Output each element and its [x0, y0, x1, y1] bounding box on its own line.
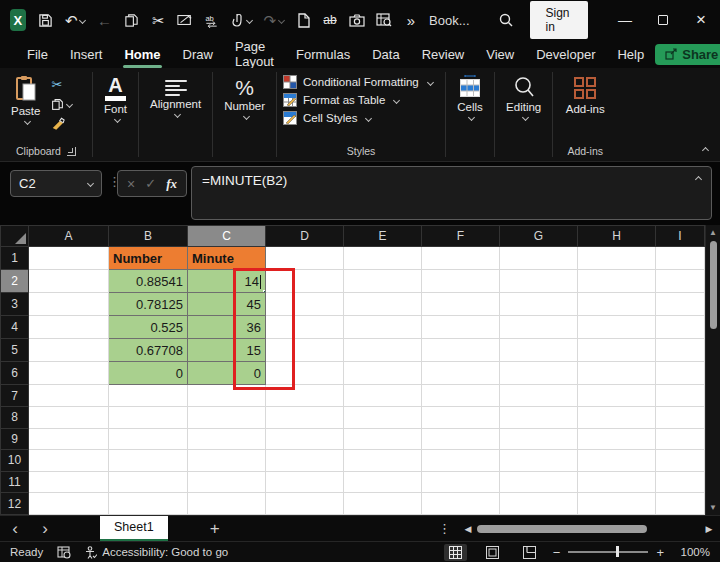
row-header[interactable]: 8 [1, 406, 29, 428]
cell-styles-button[interactable]: Cell Styles [283, 111, 439, 125]
row-header[interactable]: 10 [1, 450, 29, 472]
formula-input[interactable]: =MINUTE(B2) [191, 166, 712, 220]
tab-help[interactable]: Help [606, 43, 655, 66]
cell[interactable] [29, 293, 109, 316]
number-button[interactable]: % Number [219, 73, 270, 121]
cell[interactable] [29, 493, 109, 515]
cell[interactable] [578, 406, 656, 428]
cell[interactable] [29, 428, 109, 450]
vertical-scroll-thumb[interactable] [710, 241, 717, 329]
cell[interactable] [266, 406, 344, 428]
editing-button[interactable]: Editing [501, 73, 546, 122]
cell[interactable] [656, 471, 705, 493]
column-header-g[interactable]: G [500, 226, 578, 247]
enter-icon[interactable]: ✓ [145, 176, 156, 191]
close-button[interactable]: × [682, 0, 720, 40]
cell[interactable] [656, 339, 705, 362]
cell[interactable] [656, 293, 705, 316]
cell[interactable] [578, 450, 656, 472]
cell[interactable] [266, 385, 344, 407]
scroll-left-icon[interactable]: ◀ [461, 524, 475, 534]
cell[interactable] [188, 428, 266, 450]
undo-icon[interactable]: ↶ [65, 11, 86, 29]
row-header[interactable]: 1 [1, 247, 29, 270]
clipboard-dialog-launcher[interactable] [67, 147, 76, 156]
cell-c5[interactable]: 15 [188, 339, 266, 362]
cell-b6[interactable]: 0 [109, 362, 188, 385]
cell-c6[interactable]: 0 [188, 362, 266, 385]
cell[interactable] [29, 247, 109, 270]
conditional-formatting-button[interactable]: Conditional Formatting [283, 75, 439, 89]
cell[interactable] [344, 406, 422, 428]
cancel-icon[interactable]: × [127, 176, 135, 192]
sign-in-button[interactable]: Sign in [530, 1, 589, 39]
cell[interactable] [344, 362, 422, 385]
select-all-corner[interactable] [1, 226, 29, 247]
cell[interactable] [109, 406, 188, 428]
cell[interactable] [656, 362, 705, 385]
cell[interactable] [344, 493, 422, 515]
cell[interactable] [656, 385, 705, 407]
cell[interactable] [266, 339, 344, 362]
cell[interactable] [109, 385, 188, 407]
scroll-up-icon[interactable]: ▲ [706, 228, 720, 237]
touch-mode-icon[interactable] [231, 11, 252, 29]
replace-icon[interactable]: ab [204, 11, 220, 29]
save-icon[interactable] [38, 11, 54, 29]
tab-insert[interactable]: Insert [59, 43, 114, 66]
cell[interactable] [109, 450, 188, 472]
collapse-formula-bar-icon[interactable] [695, 176, 702, 183]
cell[interactable] [500, 247, 578, 270]
column-header-d[interactable]: D [266, 226, 344, 247]
cut-button[interactable]: ✂ [51, 77, 72, 92]
tab-home[interactable]: Home [113, 43, 171, 66]
horizontal-scroll-thumb[interactable] [477, 525, 647, 533]
paste-button[interactable]: Paste [6, 73, 45, 126]
column-header-b[interactable]: B [109, 226, 188, 247]
zoom-slider-thumb[interactable] [616, 546, 619, 557]
insert-function-button[interactable]: fx [166, 176, 177, 192]
tab-view[interactable]: View [475, 43, 525, 66]
cell-c4[interactable]: 36 [188, 316, 266, 339]
alignment-button[interactable]: Alignment [145, 73, 206, 119]
cell[interactable] [29, 471, 109, 493]
cell[interactable] [578, 362, 656, 385]
scroll-down-icon[interactable]: ▼ [706, 503, 720, 512]
cell-b3[interactable]: 0.78125 [109, 293, 188, 316]
cell[interactable] [344, 293, 422, 316]
tab-developer[interactable]: Developer [525, 43, 606, 66]
cell[interactable] [109, 471, 188, 493]
cell[interactable] [500, 450, 578, 472]
zoom-in-button[interactable]: + [656, 545, 664, 560]
cut-icon[interactable]: ✂ [150, 11, 166, 29]
cell[interactable] [422, 385, 500, 407]
cell[interactable] [422, 493, 500, 515]
cell[interactable] [266, 293, 344, 316]
cell[interactable] [29, 316, 109, 339]
cell[interactable] [266, 493, 344, 515]
cell[interactable] [29, 339, 109, 362]
inspect-workbook-icon[interactable] [376, 11, 392, 29]
cell[interactable] [500, 406, 578, 428]
cell[interactable] [188, 385, 266, 407]
row-header[interactable]: 6 [1, 362, 29, 385]
cell-c3[interactable]: 45 [188, 293, 266, 316]
copy-button[interactable] [51, 98, 72, 111]
cell[interactable] [188, 450, 266, 472]
sheet-tab-sheet1[interactable]: Sheet1 [100, 516, 168, 542]
cell[interactable] [29, 362, 109, 385]
tab-review[interactable]: Review [411, 43, 476, 66]
cell[interactable] [344, 247, 422, 270]
cell[interactable] [422, 339, 500, 362]
new-file-icon[interactable] [295, 11, 311, 29]
name-box-dropdown-icon[interactable] [87, 180, 94, 187]
cell[interactable] [578, 339, 656, 362]
cell[interactable] [656, 247, 705, 270]
sheet-nav-left-icon[interactable]: ‹ [0, 520, 30, 537]
cell[interactable] [500, 270, 578, 293]
minimize-button[interactable]: — [606, 0, 644, 40]
cell[interactable] [656, 428, 705, 450]
column-header-a[interactable]: A [29, 226, 109, 247]
cells-button[interactable]: Cells [452, 73, 488, 122]
new-sheet-button[interactable]: + [210, 519, 220, 539]
